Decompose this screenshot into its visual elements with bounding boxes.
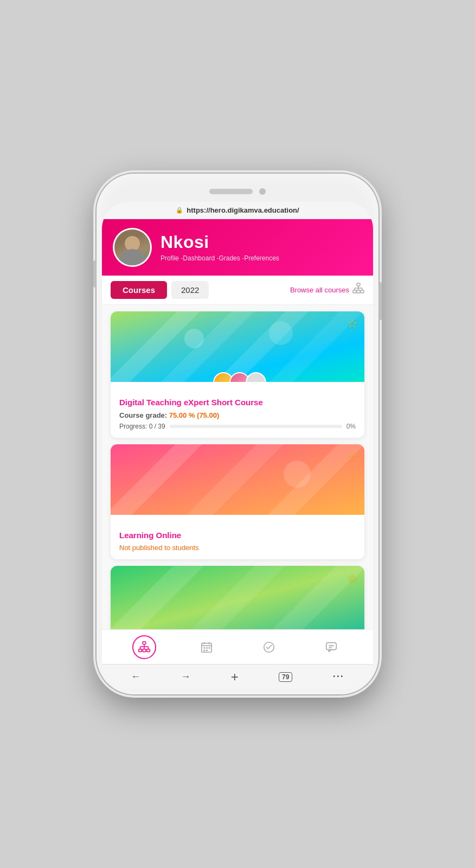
profile-header: Nkosi Profile Dashboard Grades Preferenc… bbox=[102, 219, 373, 276]
browser-add-button[interactable]: + bbox=[231, 669, 239, 685]
svg-rect-28 bbox=[143, 641, 146, 644]
course-2-star[interactable]: ☆ bbox=[347, 450, 358, 464]
url-text: https://hero.digikamva.education/ bbox=[187, 206, 299, 214]
course-card-2[interactable]: ☆ Learning Online Not published to stude… bbox=[111, 444, 364, 560]
svg-rect-30 bbox=[143, 649, 146, 652]
bottom-nav bbox=[102, 629, 373, 664]
header-nav: Profile Dashboard Grades Preferences bbox=[161, 254, 362, 262]
nav-profile[interactable]: Profile bbox=[161, 254, 183, 262]
browser-back-button[interactable]: ← bbox=[131, 671, 140, 682]
course-1-progress-row: Progress: 0 / 39 0% bbox=[119, 423, 356, 430]
browser-tabs-button[interactable]: 79 bbox=[279, 672, 292, 682]
url-bar[interactable]: 🔒 https://hero.digikamva.education/ bbox=[102, 202, 373, 219]
phone-camera bbox=[259, 188, 266, 195]
course-1-body: Digital Teaching eXpert Short Course Cou… bbox=[111, 382, 364, 438]
course-2-unpublished: Not published to students bbox=[119, 544, 356, 552]
svg-point-20 bbox=[284, 461, 311, 488]
course-3-star[interactable]: ☆ bbox=[347, 571, 358, 585]
course-card-3[interactable]: ☆ Sustainable Food Security Systems Not … bbox=[111, 566, 364, 629]
tabs-row: Courses 2022 Browse all courses bbox=[102, 276, 373, 305]
svg-point-14 bbox=[184, 329, 204, 348]
avatar-image bbox=[114, 229, 150, 265]
avatar bbox=[113, 228, 152, 267]
courses-list: ☆ Digital Teaching eXpert Short Course C… bbox=[102, 305, 373, 629]
nav-grades[interactable]: Grades bbox=[219, 254, 244, 262]
browser-more-button[interactable]: ··· bbox=[333, 671, 344, 682]
phone-device: 🔒 https://hero.digikamva.education/ Nkos… bbox=[97, 174, 378, 694]
course-1-title: Digital Teaching eXpert Short Course bbox=[119, 397, 356, 408]
course-1-star[interactable]: ☆ bbox=[347, 317, 358, 331]
svg-rect-43 bbox=[208, 647, 210, 649]
tab-year[interactable]: 2022 bbox=[171, 281, 209, 299]
svg-rect-42 bbox=[206, 647, 208, 649]
svg-rect-31 bbox=[146, 649, 150, 652]
nav-preferences[interactable]: Preferences bbox=[244, 254, 279, 262]
phone-screen: 🔒 https://hero.digikamva.education/ Nkos… bbox=[102, 202, 373, 689]
svg-rect-41 bbox=[203, 647, 205, 649]
phone-speaker bbox=[209, 189, 253, 194]
hierarchy-icon bbox=[352, 283, 364, 297]
nav-dashboard[interactable]: Dashboard bbox=[183, 254, 219, 262]
header-info: Nkosi Profile Dashboard Grades Preferenc… bbox=[161, 233, 362, 261]
svg-rect-0 bbox=[357, 283, 360, 286]
course-1-grade: Course grade: 75.00 % (75.00) bbox=[119, 411, 356, 419]
course-image-1: ☆ bbox=[111, 311, 364, 382]
nav-chat-button[interactable] bbox=[319, 635, 343, 659]
course-1-progress-label: Progress: 0 / 39 bbox=[119, 423, 165, 430]
user-name: Nkosi bbox=[161, 233, 362, 252]
course-2-title: Learning Online bbox=[119, 530, 356, 541]
svg-rect-45 bbox=[206, 649, 208, 651]
nav-check-button[interactable] bbox=[257, 635, 281, 659]
phone-top-bar bbox=[102, 183, 373, 200]
browser-forward-button[interactable]: → bbox=[181, 671, 190, 682]
course-card-1[interactable]: ☆ Digital Teaching eXpert Short Course C… bbox=[111, 311, 364, 438]
course-image-3: ☆ bbox=[111, 566, 364, 629]
svg-rect-29 bbox=[138, 649, 142, 652]
nav-courses-button[interactable] bbox=[132, 635, 156, 659]
svg-rect-44 bbox=[203, 649, 205, 651]
nav-calendar-button[interactable] bbox=[195, 635, 219, 659]
course-1-progress-pct: 0% bbox=[346, 423, 356, 430]
lock-icon: 🔒 bbox=[176, 207, 183, 214]
browse-all-button[interactable]: Browse all courses bbox=[290, 283, 364, 297]
svg-rect-2 bbox=[357, 290, 360, 293]
course-1-progress-bar bbox=[170, 425, 342, 428]
course-image-2: ☆ bbox=[111, 444, 364, 515]
tabs-count-badge: 79 bbox=[279, 672, 292, 682]
browse-all-text: Browse all courses bbox=[290, 286, 349, 294]
course-2-body: Learning Online Not published to student… bbox=[111, 515, 364, 560]
svg-rect-1 bbox=[353, 290, 356, 293]
svg-point-15 bbox=[269, 321, 293, 345]
browser-bottom-bar: ← → + 79 ··· bbox=[102, 664, 373, 689]
tab-courses[interactable]: Courses bbox=[111, 281, 167, 299]
svg-rect-3 bbox=[361, 290, 364, 293]
course-1-avatars bbox=[213, 372, 262, 382]
content-area: Courses 2022 Browse all courses bbox=[102, 276, 373, 629]
